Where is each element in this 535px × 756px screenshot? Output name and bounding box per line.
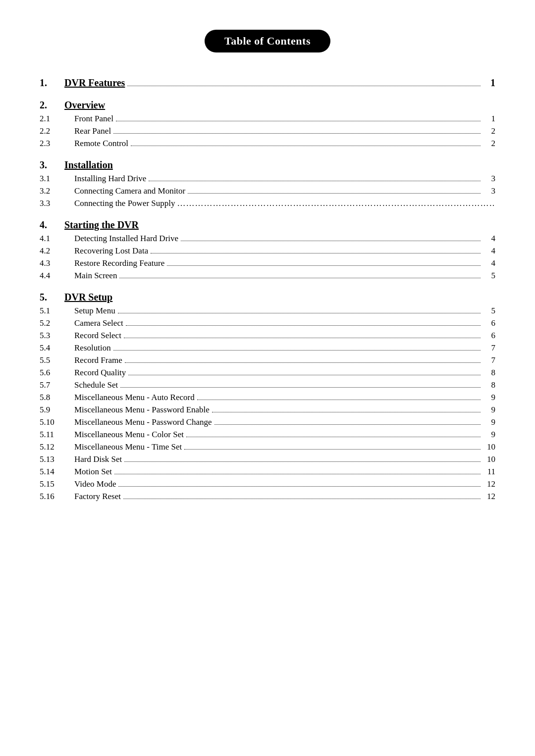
item-4-1-title: Detecting Installed Hard Drive bbox=[74, 234, 178, 244]
section-5-title: DVR Setup bbox=[64, 292, 112, 303]
item-5-16-num: 5.16 bbox=[40, 492, 74, 502]
toc-item-3-3: 3.3 Connecting the Power Supply ……………………… bbox=[40, 199, 495, 208]
item-5-8-page: 9 bbox=[483, 393, 495, 403]
item-2-1-dots bbox=[116, 121, 481, 121]
item-5-6-title: Record Quality bbox=[74, 368, 126, 378]
item-5-9-dots bbox=[212, 412, 481, 412]
item-4-2-dots bbox=[151, 253, 481, 253]
item-4-3-num: 4.3 bbox=[40, 258, 74, 268]
section-3-subitems: 3.1 Installing Hard Drive 3 3.2 Connecti… bbox=[40, 174, 495, 208]
item-5-15-page: 12 bbox=[483, 479, 495, 489]
item-4-1-num: 4.1 bbox=[40, 234, 74, 244]
item-5-16-dots bbox=[123, 499, 481, 499]
section-1-num: 1. bbox=[40, 77, 64, 89]
item-5-8-dots bbox=[197, 400, 481, 400]
item-4-4-dots bbox=[119, 278, 481, 278]
item-4-3-title: Restore Recording Feature bbox=[74, 258, 164, 268]
toc-item-5-1: 5.1 Setup Menu 5 bbox=[40, 306, 495, 316]
item-5-2-dots bbox=[126, 325, 481, 326]
item-4-3-page: 4 bbox=[483, 258, 495, 268]
toc-item-5-2: 5.2 Camera Select 6 bbox=[40, 318, 495, 328]
item-5-13-num: 5.13 bbox=[40, 454, 74, 464]
item-5-14-page: 11 bbox=[483, 467, 495, 477]
item-5-16-page: 12 bbox=[483, 492, 495, 502]
item-5-7-page: 8 bbox=[483, 380, 495, 390]
item-5-5-dots bbox=[125, 362, 481, 363]
item-3-2-title: Connecting Camera and Monitor bbox=[74, 186, 185, 196]
item-2-3-title: Remote Control bbox=[74, 139, 128, 149]
toc-item-5-13: 5.13 Hard Disk Set 10 bbox=[40, 454, 495, 464]
item-5-6-page: 8 bbox=[483, 368, 495, 378]
item-5-11-page: 9 bbox=[483, 430, 495, 440]
item-5-9-title: Miscellaneous Menu - Password Enable bbox=[74, 405, 210, 415]
toc-item-4-4: 4.4 Main Screen 5 bbox=[40, 271, 495, 281]
item-4-1-page: 4 bbox=[483, 234, 495, 244]
item-5-2-page: 6 bbox=[483, 318, 495, 328]
item-4-1-dots bbox=[181, 241, 481, 241]
item-5-13-dots bbox=[124, 461, 481, 462]
section-2-num: 2. bbox=[40, 100, 64, 111]
item-5-11-title: Miscellaneous Menu - Color Set bbox=[74, 430, 184, 440]
item-3-2-page: 3 bbox=[483, 186, 495, 196]
item-3-3-ellipsis: ………………………………………………………………………………………………..3 bbox=[175, 199, 495, 208]
item-5-3-page: 6 bbox=[483, 331, 495, 341]
toc-item-5-6: 5.6 Record Quality 8 bbox=[40, 368, 495, 378]
toc-item-5-11: 5.11 Miscellaneous Menu - Color Set 9 bbox=[40, 430, 495, 440]
item-5-12-title: Miscellaneous Menu - Time Set bbox=[74, 442, 182, 452]
item-5-13-page: 10 bbox=[483, 454, 495, 464]
toc-item-5-4: 5.4 Resolution 7 bbox=[40, 343, 495, 353]
item-5-15-num: 5.15 bbox=[40, 479, 74, 489]
section-1-dots bbox=[127, 86, 481, 86]
section-1-page: 1 bbox=[483, 77, 495, 89]
item-5-11-dots bbox=[186, 437, 481, 437]
item-2-2-title: Rear Panel bbox=[74, 126, 111, 136]
toc-item-5-14: 5.14 Motion Set 11 bbox=[40, 467, 495, 477]
item-5-16-title: Factory Reset bbox=[74, 492, 121, 502]
item-5-5-title: Record Frame bbox=[74, 355, 122, 365]
item-2-2-page: 2 bbox=[483, 126, 495, 136]
toc-container: 1. DVR Features 1 2. Overview 2.1 Front … bbox=[40, 77, 495, 502]
item-5-1-dots bbox=[118, 313, 481, 313]
item-5-15-title: Video Mode bbox=[74, 479, 116, 489]
section-2-subitems: 2.1 Front Panel 1 2.2 Rear Panel 2 2.3 R… bbox=[40, 114, 495, 149]
section-4-num: 4. bbox=[40, 219, 64, 231]
section-5-heading: 5. DVR Setup bbox=[40, 292, 495, 303]
item-2-2-num: 2.2 bbox=[40, 126, 74, 136]
section-4-heading: 4. Starting the DVR bbox=[40, 219, 495, 231]
item-2-2-dots bbox=[113, 133, 481, 134]
item-5-3-title: Record Select bbox=[74, 331, 121, 341]
section-2-heading: 2. Overview bbox=[40, 100, 495, 111]
item-5-1-num: 5.1 bbox=[40, 306, 74, 316]
item-5-12-page: 10 bbox=[483, 442, 495, 452]
item-5-3-dots bbox=[124, 338, 481, 338]
item-4-2-title: Recovering Lost Data bbox=[74, 246, 148, 256]
toc-item-5-7: 5.7 Schedule Set 8 bbox=[40, 380, 495, 390]
item-3-1-page: 3 bbox=[483, 174, 495, 184]
item-5-4-page: 7 bbox=[483, 343, 495, 353]
section-3-heading: 3. Installation bbox=[40, 159, 495, 171]
section-5-subitems: 5.1 Setup Menu 5 5.2 Camera Select 6 5.3… bbox=[40, 306, 495, 502]
item-4-2-page: 4 bbox=[483, 246, 495, 256]
item-2-1-title: Front Panel bbox=[74, 114, 113, 124]
section-3-title: Installation bbox=[64, 159, 113, 171]
item-2-1-num: 2.1 bbox=[40, 114, 74, 124]
toc-item-4-3: 4.3 Restore Recording Feature 4 bbox=[40, 258, 495, 268]
item-2-3-page: 2 bbox=[483, 139, 495, 149]
toc-item-5-12: 5.12 Miscellaneous Menu - Time Set 10 bbox=[40, 442, 495, 452]
item-5-10-title: Miscellaneous Menu - Password Change bbox=[74, 417, 212, 427]
section-1-title: DVR Features bbox=[64, 77, 125, 89]
page-title: Table of Contents bbox=[205, 30, 330, 52]
toc-item-5-5: 5.5 Record Frame 7 bbox=[40, 355, 495, 365]
item-3-1-title: Installing Hard Drive bbox=[74, 174, 146, 184]
item-2-1-page: 1 bbox=[483, 114, 495, 124]
item-5-12-dots bbox=[184, 449, 481, 450]
item-5-15-dots bbox=[118, 486, 481, 487]
toc-item-4-2: 4.2 Recovering Lost Data 4 bbox=[40, 246, 495, 256]
item-2-3-dots bbox=[131, 146, 481, 146]
item-4-4-page: 5 bbox=[483, 271, 495, 281]
item-4-2-num: 4.2 bbox=[40, 246, 74, 256]
item-5-7-title: Schedule Set bbox=[74, 380, 118, 390]
item-4-4-num: 4.4 bbox=[40, 271, 74, 281]
item-5-4-dots bbox=[113, 350, 481, 351]
item-5-5-page: 7 bbox=[483, 355, 495, 365]
